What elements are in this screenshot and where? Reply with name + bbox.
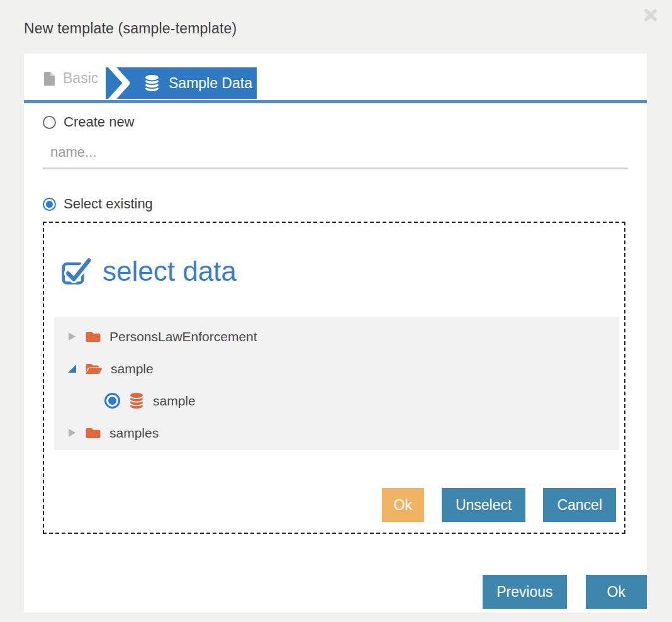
database-icon xyxy=(128,392,145,410)
picker-button-row: Ok Unselect Cancel xyxy=(382,488,616,522)
select-existing-label: Select existing xyxy=(64,196,153,212)
tab-arrow-separator xyxy=(107,67,130,99)
select-existing-radio-row[interactable]: Select existing xyxy=(43,196,153,212)
tree-row-sample-folder[interactable]: sample xyxy=(54,353,619,385)
tree-row-label: PersonsLawEnforcement xyxy=(109,329,257,344)
unselect-button[interactable]: Unselect xyxy=(442,488,525,522)
caret-right-icon[interactable] xyxy=(68,429,77,438)
tab-basic-label: Basic xyxy=(63,70,98,87)
folder-icon xyxy=(85,331,101,343)
create-new-radio-row[interactable]: Create new xyxy=(43,114,135,130)
data-tree: PersonsLawEnforcement sample xyxy=(54,317,619,450)
check-square-icon xyxy=(62,257,92,285)
tab-basic[interactable]: Basic xyxy=(43,70,98,87)
wizard-footer-button-row: Previous Ok xyxy=(483,575,647,609)
tab-sample-data-label: Sample Data xyxy=(169,75,252,92)
tree-row-label: sample xyxy=(153,393,196,409)
tab-sample-data[interactable]: Sample Data xyxy=(106,67,257,99)
page-title: New template (sample-template) xyxy=(24,20,237,37)
tree-row-label: sample xyxy=(111,361,154,376)
create-new-label: Create new xyxy=(64,114,135,130)
tree-row-personslawenforcement[interactable]: PersonsLawEnforcement xyxy=(54,320,619,353)
tree-row-sample-data[interactable]: sample xyxy=(54,385,619,417)
select-data-heading-label: select data xyxy=(103,256,237,287)
new-template-dialog: Basic Sample Data Create new xyxy=(24,54,647,613)
previous-button[interactable]: Previous xyxy=(483,575,566,609)
picker-cancel-button[interactable]: Cancel xyxy=(543,488,616,522)
create-new-radio[interactable] xyxy=(43,116,56,129)
close-x-glyph xyxy=(643,8,658,23)
select-data-heading: select data xyxy=(62,256,237,287)
select-existing-radio[interactable] xyxy=(43,198,56,211)
database-icon xyxy=(143,74,160,93)
caret-right-icon[interactable] xyxy=(68,332,77,341)
picker-ok-button[interactable]: Ok xyxy=(382,488,424,522)
ok-button[interactable]: Ok xyxy=(586,575,647,609)
tree-row-samples[interactable]: samples xyxy=(54,417,619,449)
wizard-tab-strip: Basic Sample Data xyxy=(24,54,647,103)
data-picker-panel: select data PersonsLawEnforcement xyxy=(43,222,625,534)
tree-item-radio-selected[interactable] xyxy=(104,393,120,409)
caret-open-icon[interactable] xyxy=(68,365,77,373)
file-icon xyxy=(43,71,56,87)
close-icon[interactable] xyxy=(643,8,658,23)
name-input[interactable] xyxy=(43,139,628,169)
tree-row-label: samples xyxy=(109,426,159,441)
folder-icon xyxy=(85,427,101,439)
folder-open-icon xyxy=(85,363,103,375)
